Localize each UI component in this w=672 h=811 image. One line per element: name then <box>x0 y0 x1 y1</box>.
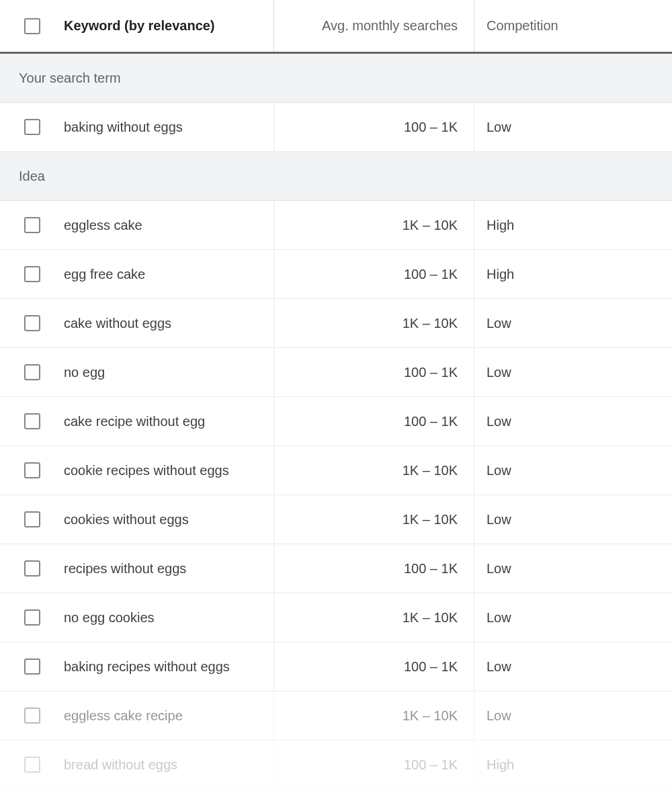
cell-keyword[interactable]: egg free cake <box>64 250 274 298</box>
cell-searches: 100 – 1K <box>274 250 474 298</box>
cell-searches: 1K – 10K <box>274 691 474 740</box>
cell-competition: High <box>474 740 672 789</box>
table-row: eggless cake recipe 1K – 10K Low <box>0 691 672 740</box>
table-row: baking without eggs 100 – 1K Low <box>0 103 672 152</box>
cell-competition: High <box>474 201 672 249</box>
section-your-search-term: Your search term <box>0 54 672 103</box>
cell-keyword[interactable]: cake without eggs <box>64 299 274 347</box>
table-row: no egg 100 – 1K Low <box>0 348 672 397</box>
row-checkbox[interactable] <box>24 266 40 282</box>
section-idea: Idea <box>0 152 672 201</box>
cell-competition: Low <box>474 495 672 544</box>
table-row: baking recipes without eggs 100 – 1K Low <box>0 642 672 691</box>
cell-competition: Low <box>474 397 672 445</box>
cell-competition: Low <box>474 103 672 151</box>
cell-searches: 100 – 1K <box>274 103 474 151</box>
cell-keyword[interactable]: cookie recipes without eggs <box>64 446 274 495</box>
cell-searches: 1K – 10K <box>274 495 474 544</box>
cell-searches: 100 – 1K <box>274 348 474 396</box>
table-row: eggless cake 1K – 10K High <box>0 201 672 250</box>
cell-keyword[interactable]: cookies without eggs <box>64 495 274 544</box>
table-row: egg free cake 100 – 1K High <box>0 250 672 299</box>
cell-searches: 100 – 1K <box>274 740 474 789</box>
cell-keyword[interactable]: no egg cookies <box>64 593 274 642</box>
cell-competition: Low <box>474 348 672 396</box>
row-checkbox[interactable] <box>24 462 40 478</box>
table-row: cake recipe without egg 100 – 1K Low <box>0 397 672 446</box>
cell-searches: 1K – 10K <box>274 593 474 642</box>
cell-keyword[interactable]: cake recipe without egg <box>64 397 274 445</box>
col-header-keyword[interactable]: Keyword (by relevance) <box>64 0 274 52</box>
row-checkbox[interactable] <box>24 708 40 724</box>
cell-keyword[interactable]: eggless cake recipe <box>64 691 274 740</box>
table-row: bread without eggs 100 – 1K High <box>0 740 672 789</box>
row-checkbox[interactable] <box>24 315 40 331</box>
section-label: Idea <box>19 169 45 184</box>
cell-keyword[interactable]: bread without eggs <box>64 740 274 789</box>
row-checkbox[interactable] <box>24 119 40 135</box>
cell-searches: 100 – 1K <box>274 642 474 691</box>
row-checkbox[interactable] <box>24 757 40 773</box>
row-checkbox[interactable] <box>24 217 40 233</box>
cell-competition: Low <box>474 299 672 347</box>
cell-competition: Low <box>474 691 672 740</box>
table-header-row: Keyword (by relevance) Avg. monthly sear… <box>0 0 672 54</box>
select-all-checkbox[interactable] <box>24 18 40 34</box>
row-checkbox[interactable] <box>24 413 40 429</box>
cell-keyword[interactable]: recipes without eggs <box>64 544 274 593</box>
cell-competition: Low <box>474 593 672 642</box>
table-row: cookies without eggs 1K – 10K Low <box>0 495 672 544</box>
cell-keyword[interactable]: eggless cake <box>64 201 274 249</box>
col-header-competition[interactable]: Competition <box>474 0 672 52</box>
cell-keyword[interactable]: baking without eggs <box>64 103 274 151</box>
table-row: cake without eggs 1K – 10K Low <box>0 299 672 348</box>
cell-searches: 1K – 10K <box>274 446 474 495</box>
col-header-searches[interactable]: Avg. monthly searches <box>274 0 474 52</box>
cell-keyword[interactable]: baking recipes without eggs <box>64 642 274 691</box>
table-row: no egg cookies 1K – 10K Low <box>0 593 672 642</box>
row-checkbox[interactable] <box>24 658 40 675</box>
cell-competition: Low <box>474 544 672 593</box>
table-row: recipes without eggs 100 – 1K Low <box>0 544 672 593</box>
row-checkbox[interactable] <box>24 364 40 380</box>
cell-searches: 100 – 1K <box>274 397 474 445</box>
cell-keyword[interactable]: no egg <box>64 348 274 396</box>
cell-competition: Low <box>474 446 672 495</box>
row-checkbox[interactable] <box>24 560 40 577</box>
cell-competition: High <box>474 250 672 298</box>
table-row: cookie recipes without eggs 1K – 10K Low <box>0 446 672 495</box>
row-checkbox[interactable] <box>24 511 40 527</box>
section-label: Your search term <box>19 71 121 86</box>
cell-competition: Low <box>474 642 672 691</box>
keyword-table: Keyword (by relevance) Avg. monthly sear… <box>0 0 672 789</box>
row-checkbox[interactable] <box>24 609 40 626</box>
cell-searches: 1K – 10K <box>274 299 474 347</box>
cell-searches: 1K – 10K <box>274 201 474 249</box>
cell-searches: 100 – 1K <box>274 544 474 593</box>
